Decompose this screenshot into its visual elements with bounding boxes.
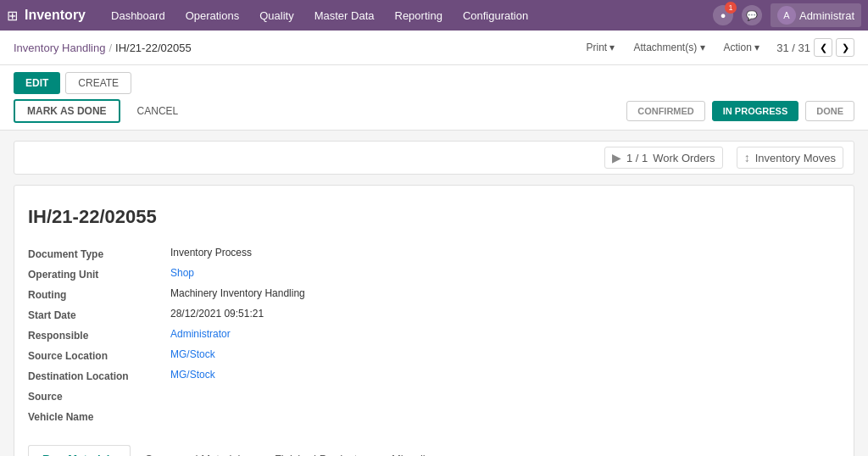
actions-bar: ▶ 1 / 1 Work Orders ↕ Inventory Moves xyxy=(14,141,854,175)
moves-icon: ↕ xyxy=(744,151,750,164)
notification-badge: 1 xyxy=(725,2,737,14)
attachments-button[interactable]: Attachment(s) ▾ xyxy=(627,37,712,58)
notification-icon[interactable]: ● 1 xyxy=(713,5,733,25)
chat-icon[interactable]: 💬 xyxy=(742,5,762,25)
nav-master-data[interactable]: Master Data xyxy=(306,0,383,31)
source-loc-label: Source Location xyxy=(28,348,164,362)
source-label: Source xyxy=(28,389,164,403)
field-dest-location: Destination Location MG/Stock xyxy=(28,367,840,384)
top-button-row: EDIT CREATE xyxy=(14,69,854,97)
user-label: Administrat xyxy=(799,9,854,22)
create-button[interactable]: CREATE xyxy=(65,72,131,94)
doc-type-value: Inventory Process xyxy=(170,247,252,259)
nav-dashboard[interactable]: Dashboard xyxy=(103,0,174,31)
record-title: IH/21-22/02055 xyxy=(28,206,840,228)
status-done[interactable]: DONE xyxy=(805,101,854,121)
top-navigation: ⊞ Inventory Dashboard Operations Quality… xyxy=(0,0,868,31)
breadcrumb-parent[interactable]: Inventory Handling xyxy=(14,42,105,54)
mark-as-done-button[interactable]: MARK AS DONE xyxy=(14,99,120,123)
responsible-value[interactable]: Administrator xyxy=(170,328,231,340)
button-bar-wrapper: EDIT CREATE MARK AS DONE CANCEL CONFIRME… xyxy=(0,65,868,131)
work-orders-label: Work Orders xyxy=(653,152,715,164)
form-fields: Document Type Inventory Process Operatin… xyxy=(28,245,840,425)
user-avatar: A xyxy=(777,6,796,25)
nav-reporting[interactable]: Reporting xyxy=(387,0,451,31)
inventory-moves-label: Inventory Moves xyxy=(755,152,836,164)
field-op-unit: Operating Unit Shop xyxy=(28,265,840,282)
nav-operations[interactable]: Operations xyxy=(177,0,248,31)
record-card: IH/21-22/02055 Document Type Inventory P… xyxy=(14,185,854,456)
nav-quality[interactable]: Quality xyxy=(251,0,302,31)
vehicle-label: Vehicle Name xyxy=(28,409,164,423)
breadcrumb-current: IH/21-22/02055 xyxy=(115,42,192,54)
doc-type-label: Document Type xyxy=(28,247,164,260)
field-source-location: Source Location MG/Stock xyxy=(28,347,840,364)
breadcrumb: Inventory Handling / IH/21-22/02055 xyxy=(14,42,192,54)
pagination: 31 / 31 ❮ ❯ xyxy=(776,38,854,57)
field-routing: Routing Machinery Inventory Handling xyxy=(28,286,840,303)
main-content: ▶ 1 / 1 Work Orders ↕ Inventory Moves IH… xyxy=(0,131,868,456)
tab-consumed-materials[interactable]: Consumed Materials xyxy=(131,445,260,456)
print-button[interactable]: Print ▾ xyxy=(579,37,621,58)
pagination-text: 31 / 31 xyxy=(776,42,810,54)
nav-right: ● 1 💬 A Administrat xyxy=(713,3,861,27)
brand-name: Inventory xyxy=(25,8,86,23)
work-orders-button[interactable]: ▶ 1 / 1 Work Orders xyxy=(604,147,723,169)
op-unit-label: Operating Unit xyxy=(28,267,164,281)
bottom-button-row: MARK AS DONE CANCEL CONFIRMED IN PROGRES… xyxy=(14,97,854,125)
nav-menu: Dashboard Operations Quality Master Data… xyxy=(103,0,713,31)
source-loc-value[interactable]: MG/Stock xyxy=(170,348,215,360)
status-in-progress[interactable]: IN PROGRESS xyxy=(712,101,798,121)
status-confirmed[interactable]: CONFIRMED xyxy=(626,101,705,121)
start-date-value: 28/12/2021 09:51:21 xyxy=(170,308,264,320)
routing-label: Routing xyxy=(28,287,164,301)
responsible-label: Responsible xyxy=(28,328,164,342)
tab-raw-materials[interactable]: Raw Materials xyxy=(28,445,131,456)
breadcrumb-separator: / xyxy=(108,42,112,54)
prev-page-button[interactable]: ❮ xyxy=(814,38,832,57)
dest-loc-label: Destination Location xyxy=(28,369,164,382)
cancel-button[interactable]: CANCEL xyxy=(125,99,191,123)
tabs-container: Raw Materials Consumed Materials Finishe… xyxy=(28,445,840,456)
tab-finished-products[interactable]: Finished Products xyxy=(260,445,377,456)
dest-loc-value[interactable]: MG/Stock xyxy=(170,369,215,381)
edit-create-btns: EDIT CREATE xyxy=(14,72,131,94)
field-doc-type: Document Type Inventory Process xyxy=(28,245,840,262)
field-source: Source xyxy=(28,387,840,404)
action-button[interactable]: Action ▾ xyxy=(717,37,767,58)
work-orders-count: 1 / 1 xyxy=(626,152,648,164)
status-bar: CONFIRMED IN PROGRESS DONE xyxy=(626,101,854,121)
field-vehicle: Vehicle Name xyxy=(28,408,840,425)
mark-cancel-btns: MARK AS DONE CANCEL xyxy=(14,99,190,123)
field-start-date: Start Date 28/12/2021 09:51:21 xyxy=(28,306,840,323)
field-responsible: Responsible Administrator xyxy=(28,326,840,343)
user-menu[interactable]: A Administrat xyxy=(771,3,861,27)
nav-configuration[interactable]: Configuration xyxy=(454,0,537,31)
breadcrumb-bar: Inventory Handling / IH/21-22/02055 Prin… xyxy=(0,31,868,65)
play-icon: ▶ xyxy=(612,151,621,164)
edit-button[interactable]: EDIT xyxy=(14,72,60,94)
routing-value: Machinery Inventory Handling xyxy=(170,287,305,299)
apps-icon[interactable]: ⊞ xyxy=(7,8,18,24)
inventory-moves-button[interactable]: ↕ Inventory Moves xyxy=(737,147,843,169)
tab-miscellaneous[interactable]: Miscellaneous xyxy=(377,445,476,456)
op-unit-value[interactable]: Shop xyxy=(170,267,194,279)
start-date-label: Start Date xyxy=(28,308,164,321)
next-page-button[interactable]: ❯ xyxy=(836,38,854,57)
tabs: Raw Materials Consumed Materials Finishe… xyxy=(28,445,840,456)
